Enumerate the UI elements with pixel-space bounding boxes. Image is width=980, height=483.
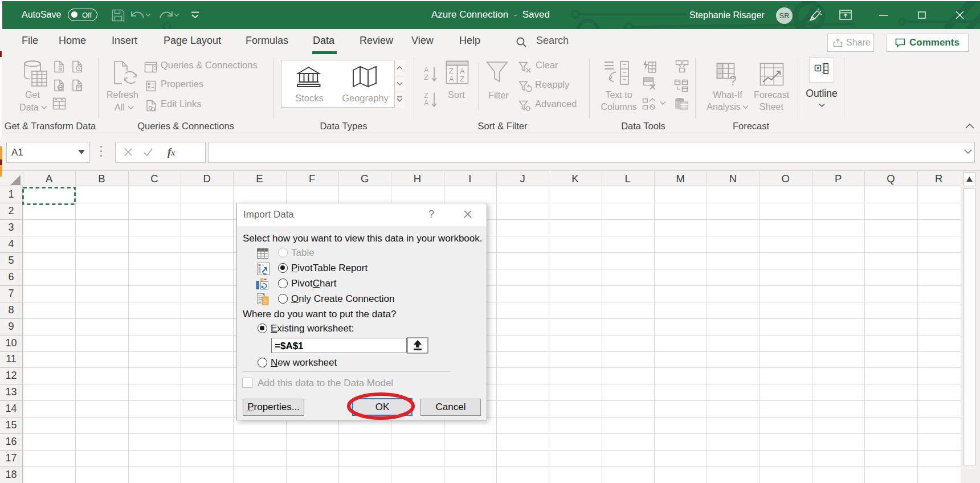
svg-text:Z: Z <box>424 92 428 100</box>
svg-text:Z: Z <box>449 67 454 75</box>
svg-text:A: A <box>460 67 465 75</box>
svg-text:Z: Z <box>424 73 428 81</box>
svg-text:A: A <box>449 75 454 83</box>
svg-text:A: A <box>424 66 429 74</box>
svg-text:Z: Z <box>460 75 464 83</box>
svg-text:?: ? <box>729 73 737 86</box>
svg-text:A: A <box>424 99 429 107</box>
